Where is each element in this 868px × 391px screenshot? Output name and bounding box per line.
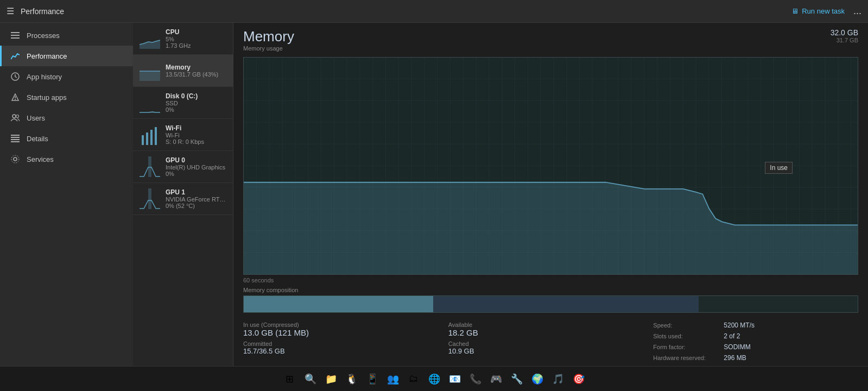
speed-label: Speed: bbox=[653, 322, 718, 329]
stat-form: Form factor: SODIMM bbox=[653, 343, 858, 351]
svg-rect-2 bbox=[11, 37, 20, 39]
taskbar-browser1[interactable]: 🐧 bbox=[343, 370, 360, 388]
sidebar-item-users[interactable]: Users bbox=[0, 108, 133, 128]
svg-point-8 bbox=[16, 115, 19, 118]
sidebar-item-startup-apps[interactable]: Startup apps bbox=[0, 87, 133, 108]
taskbar-app1[interactable]: 📱 bbox=[364, 370, 381, 388]
memory-info: Memory 13.5/31.7 GB (43%) bbox=[166, 64, 226, 78]
sidebar-item-details[interactable]: Details bbox=[0, 128, 133, 149]
taskbar-mail[interactable]: 📧 bbox=[446, 370, 464, 388]
disk0-sub1: SSD bbox=[166, 100, 226, 106]
taskbar-start[interactable]: ⊞ bbox=[281, 370, 299, 388]
committed-value: 15.7/36.5 GB bbox=[243, 347, 448, 355]
chart-area: Memory Memory usage 32.0 GB 31.7 GB bbox=[233, 23, 868, 366]
stats-grid: In use (Compressed) 13.0 GB (121 MB) Com… bbox=[243, 317, 858, 366]
taskbar-file-explorer[interactable]: 📁 bbox=[322, 370, 340, 388]
svg-point-14 bbox=[11, 155, 19, 163]
composition-section: Memory composition bbox=[243, 287, 858, 313]
hamburger-icon[interactable]: ☰ bbox=[7, 6, 14, 16]
gpu1-info: GPU 1 NVIDIA GeForce RTX... 0% (52 °C) bbox=[166, 188, 226, 209]
details-icon bbox=[10, 134, 20, 143]
run-task-icon: 🖥 bbox=[791, 7, 799, 15]
memory-chart-container: In use bbox=[243, 57, 858, 275]
stats-col-2: Available 18.2 GB Cached 10.9 GB bbox=[448, 321, 654, 362]
chart-capacity: 32.0 GB 31.7 GB bbox=[831, 28, 858, 43]
gpu0-sub2: 0% bbox=[166, 171, 226, 177]
comp-in-use bbox=[244, 296, 433, 312]
sidebar-item-performance[interactable]: Performance bbox=[0, 46, 133, 66]
stat-hw-reserved: Hardware reserved: 296 MB bbox=[653, 354, 858, 362]
sidebar-label-processes: Processes bbox=[27, 31, 60, 40]
taskbar-globe[interactable]: 🌍 bbox=[529, 370, 546, 388]
cpu-sub2: 1.73 GHz bbox=[166, 42, 226, 49]
wifi-info: Wi-Fi Wi-Fi S: 0 R: 0 Kbps bbox=[166, 124, 226, 145]
taskbar-phone[interactable]: 📞 bbox=[467, 370, 484, 388]
cpu-mini-chart bbox=[140, 28, 160, 49]
capacity-main: 32.0 GB bbox=[831, 28, 858, 37]
taskbar: ⊞ 🔍 📁 🐧 📱 👥 🗂 🌐 📧 📞 🎮 🔧 🌍 🎵 🎯 bbox=[0, 366, 868, 391]
cached-label: Cached bbox=[448, 340, 654, 347]
composition-bar bbox=[243, 295, 858, 313]
chart-subtitle: Memory usage bbox=[243, 45, 294, 52]
startup-apps-icon bbox=[10, 92, 20, 102]
more-options-button[interactable]: ... bbox=[853, 5, 861, 17]
sidebar-item-app-history[interactable]: App history bbox=[0, 66, 133, 87]
device-item-memory[interactable]: Memory 13.5/31.7 GB (43%) bbox=[133, 55, 233, 87]
taskbar-teams[interactable]: 👥 bbox=[384, 370, 402, 388]
svg-rect-0 bbox=[11, 32, 20, 33]
sidebar-label-performance: Performance bbox=[27, 52, 67, 60]
svg-rect-22 bbox=[148, 188, 151, 209]
disk0-info: Disk 0 (C:) SSD 0% bbox=[166, 92, 226, 113]
slots-value: 2 of 2 bbox=[724, 332, 740, 340]
gpu0-info: GPU 0 Intel(R) UHD Graphics 0% bbox=[166, 156, 226, 177]
sidebar-item-services[interactable]: Services bbox=[0, 149, 133, 169]
taskbar-folder[interactable]: 🗂 bbox=[405, 370, 422, 388]
taskbar-tool[interactable]: 🔧 bbox=[508, 370, 525, 388]
disk0-name: Disk 0 (C:) bbox=[166, 92, 226, 100]
svg-rect-9 bbox=[11, 135, 20, 136]
svg-rect-21 bbox=[148, 156, 151, 177]
gpu0-name: GPU 0 bbox=[166, 156, 226, 164]
sidebar-item-processes[interactable]: Processes bbox=[0, 25, 133, 46]
gpu1-mini-chart bbox=[140, 188, 160, 209]
cached-value: 10.9 GB bbox=[448, 347, 654, 355]
comp-cached bbox=[699, 296, 858, 312]
form-value: SODIMM bbox=[724, 343, 750, 351]
app-title: Performance bbox=[21, 7, 64, 16]
svg-rect-12 bbox=[11, 141, 20, 142]
gpu1-sub1: NVIDIA GeForce RTX... bbox=[166, 196, 226, 203]
app-history-icon bbox=[10, 72, 20, 81]
main-content: Processes Performance App history Startu… bbox=[0, 23, 868, 366]
device-item-gpu1[interactable]: GPU 1 NVIDIA GeForce RTX... 0% (52 °C) bbox=[133, 183, 233, 215]
taskbar-music[interactable]: 🎵 bbox=[549, 370, 567, 388]
stat-committed: Committed 15.7/36.5 GB bbox=[243, 340, 448, 355]
run-new-task-button[interactable]: 🖥 Run new task bbox=[791, 7, 845, 15]
taskbar-search[interactable]: 🔍 bbox=[302, 370, 319, 388]
title-bar-left: ☰ Performance bbox=[7, 6, 64, 16]
cpu-sub1: 5% bbox=[166, 36, 226, 42]
device-item-disk0[interactable]: Disk 0 (C:) SSD 0% bbox=[133, 87, 233, 119]
taskbar-edge[interactable]: 🌐 bbox=[426, 370, 443, 388]
sidebar-label-app-history: App history bbox=[27, 73, 62, 81]
form-label: Form factor: bbox=[653, 344, 718, 350]
comp-available bbox=[433, 296, 699, 312]
sidebar: Processes Performance App history Startu… bbox=[0, 23, 133, 366]
taskbar-extra[interactable]: 🎯 bbox=[570, 370, 587, 388]
gpu1-name: GPU 1 bbox=[166, 188, 226, 196]
device-item-wifi[interactable]: Wi-Fi Wi-Fi S: 0 R: 0 Kbps bbox=[133, 119, 233, 151]
services-icon bbox=[10, 154, 20, 164]
disk0-sub2: 0% bbox=[166, 106, 226, 113]
chart-header: Memory Memory usage 32.0 GB 31.7 GB bbox=[243, 28, 858, 55]
disk0-mini-chart bbox=[140, 92, 160, 113]
svg-rect-15 bbox=[140, 71, 160, 81]
stats-col-3: Speed: 5200 MT/s Slots used: 2 of 2 Form… bbox=[653, 321, 858, 362]
committed-label: Committed bbox=[243, 340, 448, 347]
device-item-gpu0[interactable]: GPU 0 Intel(R) UHD Graphics 0% bbox=[133, 151, 233, 183]
device-item-cpu[interactable]: CPU 5% 1.73 GHz bbox=[133, 23, 233, 55]
cpu-name: CPU bbox=[166, 28, 226, 36]
svg-rect-11 bbox=[11, 139, 20, 140]
taskbar-game[interactable]: 🎮 bbox=[487, 370, 505, 388]
stat-speed: Speed: 5200 MT/s bbox=[653, 321, 858, 329]
processes-icon bbox=[10, 30, 20, 40]
time-label: 60 seconds bbox=[243, 277, 858, 283]
